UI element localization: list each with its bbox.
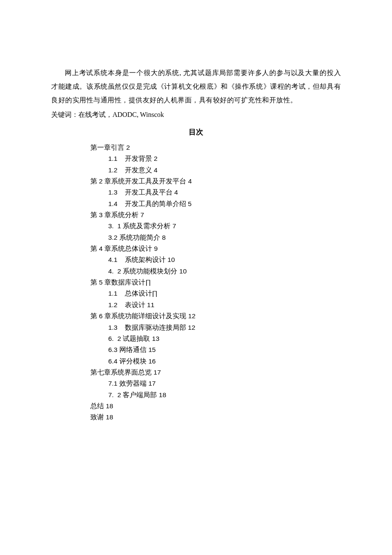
toc-entry: 3.2 系统功能简介 8 [90,232,341,243]
toc-entry: 4.1 系统架构设计 10 [90,254,341,265]
toc-entry: 第 2 章系统开发工具及开发平台 4 [90,176,341,187]
toc-entry: 3. 1 系统及需求分析 7 [90,221,341,232]
toc-entry: 第 5 章数据库设计∏ [90,277,341,288]
intro-paragraph: 网上考试系统本身是一个很大的系统, 尤其试题库局部需要许多人的参与以及大量的投入… [51,66,341,107]
toc-entry: 第一章引言 2 [90,142,341,153]
toc-entry: 4. 2 系统功能模块划分 10 [90,266,341,277]
toc-entry: 7.1 效劳器端 17 [90,378,341,389]
toc-entry: 1.3 开发工具及平台 4 [90,187,341,198]
toc-entry: 1.1 总体设计∏ [90,288,341,299]
toc-entry: 1.4 开发工具的简单介绍 5 [90,198,341,209]
toc-entry: 第 6 章系统功能详细设计及实现 12 [90,311,341,322]
toc-entry: 6.4 评分模块 16 [90,356,341,367]
toc-entry: 1.1 开发背景 2 [90,153,341,164]
toc-entry: 1.3 数据库驱动连接局部 12 [90,322,341,333]
toc-entry: 第 4 章系统总体设计 9 [90,243,341,254]
toc-entry: 6. 2 试题抽取 13 [90,333,341,344]
toc-entry: 总结 18 [90,401,341,412]
toc-entry: 1.2 表设计 11 [90,299,341,311]
table-of-contents: 第一章引言 21.1 开发背景 21.2 开发意义 4第 2 章系统开发工具及开… [51,142,341,423]
toc-entry: 1.2 开发意义 4 [90,165,341,176]
keywords-line: 关键词：在线考试，ADODC, Winscok [51,108,341,122]
toc-entry: 6.3 网络通信 15 [90,344,341,355]
toc-title: 目次 [51,125,341,139]
toc-entry: 第 3 章系统分析 7 [90,209,341,221]
toc-entry: 第七章系统界面总览 17 [90,367,341,378]
toc-entry: 致谢 18 [90,412,341,423]
toc-entry: 7. 2 客户端局部 18 [90,389,341,401]
